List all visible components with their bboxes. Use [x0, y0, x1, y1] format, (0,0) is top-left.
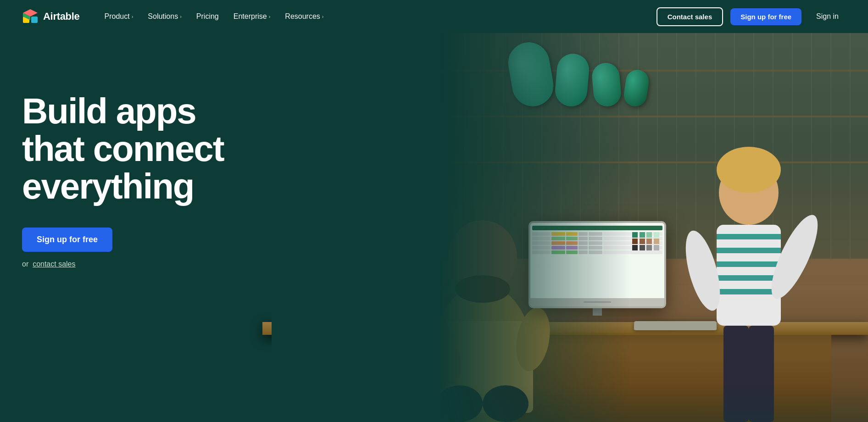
hero-title: Build apps that connect everything [22, 93, 224, 205]
nav-label-solutions: Solutions [148, 12, 178, 21]
nav-label-pricing: Pricing [196, 12, 219, 21]
navbar: Airtable Product › Solutions › Pricing E… [0, 0, 868, 33]
hero-contact-link[interactable]: contact sales [33, 260, 75, 268]
hero-title-line3: everything [22, 166, 194, 206]
nav-item-resources[interactable]: Resources › [278, 9, 330, 24]
hero-or-prefix: or [22, 260, 28, 268]
chevron-icon-solutions: › [180, 14, 182, 19]
chevron-icon-product: › [132, 14, 134, 19]
nav-item-product[interactable]: Product › [98, 9, 140, 24]
nav-label-resources: Resources [285, 12, 320, 21]
nav-item-pricing[interactable]: Pricing [190, 9, 225, 24]
bottom-gradient-overlay [272, 385, 868, 422]
hero-or-contact: or contact sales [22, 260, 224, 268]
hero-signup-button[interactable]: Sign up for free [22, 228, 112, 252]
hero-title-line2: that connect [22, 128, 224, 169]
hero-title-line1: Build apps [22, 91, 196, 131]
hero-actions: Sign up for free or contact sales [22, 228, 224, 268]
nav-actions: Contact sales Sign up for free Sign in [657, 7, 846, 26]
contact-sales-button[interactable]: Contact sales [657, 7, 723, 26]
hero-background [272, 33, 868, 422]
nav-links: Product › Solutions › Pricing Enterprise… [98, 9, 657, 24]
chevron-icon-resources: › [322, 14, 324, 19]
logo-link[interactable]: Airtable [22, 8, 80, 25]
nav-label-product: Product [105, 12, 130, 21]
brand-name: Airtable [43, 11, 80, 22]
hero-section: Build apps that connect everything Sign … [0, 33, 868, 422]
left-gradient-overlay [272, 33, 868, 422]
logo-icon [22, 8, 39, 25]
svg-rect-1 [31, 17, 38, 23]
chevron-icon-enterprise: › [269, 14, 271, 19]
nav-item-solutions[interactable]: Solutions › [141, 9, 188, 24]
hero-content: Build apps that connect everything Sign … [22, 93, 224, 268]
nav-item-enterprise[interactable]: Enterprise › [227, 9, 277, 24]
signin-button[interactable]: Sign in [809, 8, 846, 25]
nav-signup-button[interactable]: Sign up for free [730, 8, 801, 25]
nav-label-enterprise: Enterprise [234, 12, 267, 21]
